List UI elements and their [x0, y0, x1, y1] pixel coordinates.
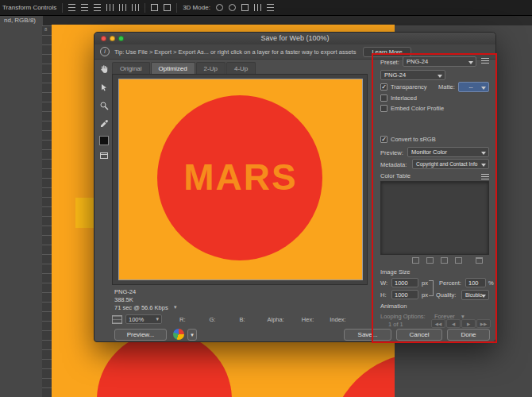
matte-select[interactable]: -- — [458, 82, 489, 92]
zoom-tool-icon[interactable] — [99, 99, 109, 114]
preview-image[interactable]: MARS — [118, 79, 363, 280]
toolbar-separator — [176, 3, 177, 13]
quality-value: Bicubic — [465, 292, 482, 298]
transparency-map-icon[interactable] — [412, 257, 419, 264]
alpha-readout-label: Alpha: — [268, 316, 284, 323]
first-frame-button[interactable]: ◀◀ — [431, 319, 445, 328]
delete-color-icon[interactable] — [476, 257, 483, 264]
photoshop-screen: Transform Controls 3D Mode: nd, RGB/8) 8 — [0, 0, 532, 397]
learn-more-button[interactable]: Learn More — [363, 47, 411, 57]
save-button[interactable]: Save... — [344, 329, 391, 341]
browser-preview-icon[interactable] — [173, 329, 184, 340]
green-readout-label: G: — [210, 316, 216, 323]
3d-roll-icon[interactable] — [229, 4, 236, 11]
toggle-slices-icon[interactable] — [99, 149, 109, 164]
toolbar-separator — [62, 3, 63, 13]
last-frame-button[interactable]: ▶▶ — [476, 319, 491, 328]
width-label: W: — [380, 279, 387, 287]
transform-controls-label: Transform Controls — [2, 4, 56, 11]
format-select[interactable]: PNG-24 — [380, 70, 445, 80]
dialog-titlebar[interactable]: Save for Web (100%) — [94, 33, 495, 45]
browser-select-chevron-icon[interactable]: ▾ — [187, 329, 197, 341]
align-center-icon[interactable] — [119, 4, 126, 11]
eyedropper-tool-icon[interactable] — [99, 118, 109, 132]
transparency-label: Transparency — [391, 83, 427, 91]
color-table-menu-icon[interactable] — [481, 174, 489, 180]
percent-input[interactable] — [465, 278, 486, 287]
percent-label: Percent: — [439, 279, 461, 287]
download-time-info: 71 sec @ 56.6 Kbps — [114, 304, 168, 311]
chevron-down-icon: ▾ — [156, 316, 159, 322]
align-middle-icon[interactable] — [81, 4, 88, 11]
tab-optimized[interactable]: Optimized — [151, 62, 195, 75]
tab-2up[interactable]: 2-Up — [196, 62, 226, 75]
transparency-checkbox[interactable]: ✓ — [380, 83, 387, 91]
align-bottom-icon[interactable] — [94, 4, 101, 11]
previous-frame-button[interactable]: ◀ — [446, 319, 461, 328]
metadata-select[interactable]: Copyright and Contact Info — [412, 159, 489, 169]
metadata-label: Metadata: — [380, 161, 407, 168]
web-shift-icon[interactable] — [426, 257, 434, 264]
width-px-label: px — [422, 279, 428, 287]
color-table-label: Color Table — [380, 172, 411, 179]
distribute-vertical-icon[interactable] — [151, 4, 158, 11]
preset-label: Preset: — [380, 59, 399, 66]
quality-label: Quality: — [436, 291, 456, 299]
tab-4up[interactable]: 4-Up — [226, 62, 256, 75]
interlaced-checkbox[interactable] — [380, 94, 387, 102]
animation-label: Animation — [380, 303, 407, 310]
tip-text: Tip: Use File > Export > Export As... or… — [114, 48, 356, 56]
background-red-circle — [330, 353, 395, 397]
3d-scale-icon[interactable] — [267, 4, 274, 11]
red-readout-label: R: — [179, 316, 186, 323]
lock-color-icon[interactable] — [441, 257, 448, 264]
eyedropper-color-swatch[interactable] — [99, 136, 109, 145]
info-icon: i — [100, 47, 110, 56]
embed-color-profile-checkbox[interactable] — [380, 105, 387, 112]
tab-original[interactable]: Original — [112, 62, 150, 75]
3d-drag-icon[interactable] — [241, 4, 249, 11]
hex-readout-label: Hex: — [302, 316, 314, 323]
preset-select[interactable]: PNG-24 — [403, 56, 476, 67]
align-top-icon[interactable] — [68, 4, 75, 11]
quality-select[interactable]: Bicubic — [461, 290, 489, 300]
index-readout-label: Index: — [330, 316, 345, 323]
constrain-proportions-icon[interactable] — [429, 280, 434, 296]
height-input[interactable] — [391, 290, 418, 299]
preview-mode-value: Monitor Color — [411, 148, 447, 156]
slice-select-tool-icon[interactable] — [99, 81, 109, 95]
height-px-label: px — [422, 291, 428, 299]
align-left-icon[interactable] — [106, 4, 114, 11]
width-input[interactable] — [391, 278, 418, 287]
done-button[interactable]: Done — [447, 329, 490, 341]
preview-in-browser-button[interactable]: Preview... — [114, 329, 167, 341]
preview-menu-icon[interactable] — [112, 315, 122, 324]
preview-statusbar: 100% ▾ R: G: B: Alpha: Hex: Index: — [112, 314, 346, 324]
save-for-web-dialog: Save for Web (100%) i Tip: Use File > Ex… — [94, 32, 496, 342]
image-size-label: Image Size — [380, 268, 411, 276]
panel-menu-icon[interactable] — [481, 58, 489, 64]
3d-rotate-icon[interactable] — [216, 4, 223, 11]
next-frame-button[interactable]: ▶ — [461, 319, 476, 328]
frame-counter: 1 of 1 — [388, 321, 403, 328]
3d-slide-icon[interactable] — [254, 4, 261, 11]
convert-srgb-checkbox[interactable]: ✓ — [380, 136, 387, 143]
options-bar: Transform Controls 3D Mode: — [0, 0, 532, 16]
speed-menu-icon[interactable]: ▾ — [174, 304, 177, 310]
ruler-number: 8 — [44, 27, 47, 32]
color-table[interactable] — [380, 181, 489, 255]
cancel-button[interactable]: Cancel — [396, 329, 442, 341]
document-tab[interactable]: nd, RGB/8) — [0, 16, 43, 26]
hand-tool-icon[interactable] — [99, 63, 109, 77]
preview-mode-label: Preview: — [380, 149, 403, 156]
zoom-level-select[interactable]: 100% ▾ — [125, 314, 162, 324]
matte-label: Matte: — [438, 83, 455, 91]
new-color-icon[interactable] — [455, 257, 462, 264]
align-right-icon[interactable] — [132, 4, 139, 11]
preview-mode-select[interactable]: Monitor Color — [407, 147, 489, 157]
toolbar-separator — [145, 3, 145, 13]
dialog-toolbar — [97, 63, 111, 164]
distribute-horizontal-icon[interactable] — [164, 4, 171, 11]
embed-color-profile-label: Embed Color Profile — [391, 105, 444, 112]
optimized-preview-pane[interactable]: MARS — [112, 74, 368, 285]
